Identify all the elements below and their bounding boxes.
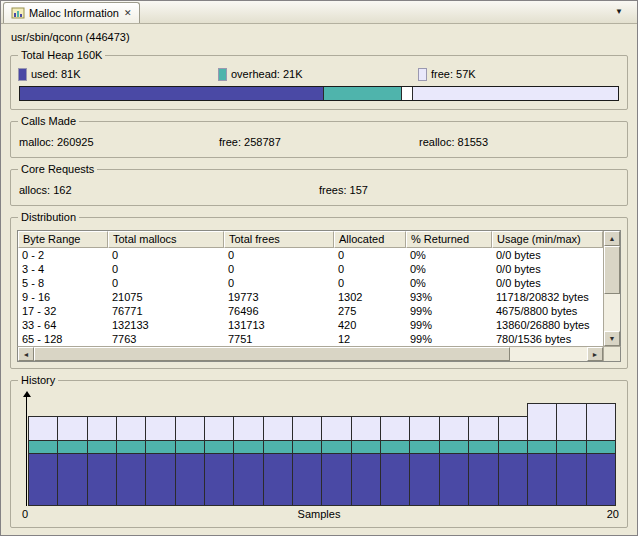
tab-malloc-information[interactable]: Malloc Information ✕ <box>3 2 140 23</box>
scroll-left-button[interactable]: ◄ <box>18 347 34 361</box>
core-requests-row: allocs: 162 frees: 157 <box>19 182 619 197</box>
y-axis-arrow-icon <box>23 391 31 397</box>
table-cell: 420 <box>334 319 406 331</box>
heap-bar <box>19 86 619 101</box>
history-segment-overhead <box>439 440 469 454</box>
history-segment-used <box>175 453 205 506</box>
column-header-total-frees[interactable]: Total frees <box>224 231 334 248</box>
table-cell: 9 - 16 <box>18 291 108 303</box>
table-cell: 76771 <box>108 305 224 317</box>
calls-made-group: Calls Made malloc: 260925 free: 258787 r… <box>10 121 628 158</box>
scroll-up-button[interactable]: ▲ <box>604 231 620 246</box>
history-title: History <box>18 374 58 386</box>
distribution-title: Distribution <box>18 211 79 223</box>
history-segment-overhead <box>233 440 263 454</box>
history-segment-overhead <box>204 440 234 454</box>
history-segment-free <box>556 403 586 441</box>
table-cell: 0 <box>334 249 406 261</box>
calls-made-title: Calls Made <box>18 115 79 127</box>
column-header-usage[interactable]: Usage (min/max) <box>492 231 603 248</box>
history-segment-used <box>498 453 528 506</box>
heap-segment-gap <box>401 87 412 100</box>
close-icon[interactable]: ✕ <box>123 8 133 18</box>
table-cell: 99% <box>406 305 492 317</box>
history-segment-overhead <box>321 440 351 454</box>
used-swatch-icon <box>19 69 26 80</box>
heap-segment-used <box>20 87 323 100</box>
scroll-right-button[interactable]: ► <box>587 347 603 361</box>
table-cell: 0 <box>224 263 334 275</box>
history-bar <box>380 416 410 506</box>
history-segment-free <box>292 416 322 441</box>
table-cell: 0 <box>224 277 334 289</box>
history-bar <box>57 416 87 506</box>
history-segment-overhead <box>527 440 557 454</box>
table-row[interactable]: 9 - 162107519773130293%11718/20832 bytes <box>18 290 603 304</box>
history-bar <box>527 403 557 506</box>
history-segment-overhead <box>292 440 322 454</box>
history-bar <box>586 403 616 506</box>
table-row[interactable]: 17 - 32767717649627599%4675/8800 bytes <box>18 304 603 318</box>
vertical-scroll-track[interactable] <box>604 246 620 331</box>
history-segment-used <box>468 453 498 506</box>
table-row[interactable]: 5 - 80000%0/0 bytes <box>18 276 603 290</box>
history-bar <box>233 416 263 506</box>
table-cell: 275 <box>334 305 406 317</box>
scroll-down-button[interactable]: ▼ <box>604 331 620 346</box>
column-header-total-mallocs[interactable]: Total mallocs <box>108 231 224 248</box>
history-group: History 0 Samples 20 <box>10 380 628 528</box>
view-content: Total Heap 160K used: 81K overhead: 21K … <box>1 44 637 535</box>
history-segment-overhead <box>498 440 528 454</box>
history-segment-overhead <box>116 440 146 454</box>
history-bar <box>263 416 293 506</box>
vertical-scrollbar[interactable]: ▲ ▼ <box>603 231 620 346</box>
column-header-allocated[interactable]: Allocated <box>334 231 406 248</box>
history-bar <box>468 416 498 506</box>
table-cell: 0 <box>224 249 334 261</box>
scroll-up-icon: ▲ <box>609 235 616 242</box>
history-bar <box>28 416 58 506</box>
core-requests-title: Core Requests <box>18 163 97 175</box>
vertical-scroll-thumb[interactable] <box>604 246 620 294</box>
table-row[interactable]: 3 - 40000%0/0 bytes <box>18 262 603 276</box>
table-cell: 780/1536 bytes <box>492 333 603 345</box>
history-segment-overhead <box>263 440 293 454</box>
horizontal-scroll-thumb[interactable] <box>34 347 510 361</box>
table-row[interactable]: 0 - 20000%0/0 bytes <box>18 248 603 262</box>
column-header-percent-returned[interactable]: % Returned <box>406 231 492 248</box>
table-cell: 33 - 64 <box>18 319 108 331</box>
history-segment-used <box>116 453 146 506</box>
history-segment-used <box>145 453 175 506</box>
legend-used-label: used: 81K <box>31 68 81 80</box>
free-count: free: 258787 <box>219 136 419 148</box>
history-segment-free <box>263 416 293 441</box>
table-cell: 17 - 32 <box>18 305 108 317</box>
distribution-table-main: Byte Range Total mallocs Total frees All… <box>18 231 603 346</box>
history-segment-used <box>351 453 381 506</box>
table-cell: 0% <box>406 249 492 261</box>
history-segment-overhead <box>409 440 439 454</box>
history-segment-free <box>321 416 351 441</box>
history-segment-overhead <box>556 440 586 454</box>
history-segment-free <box>409 416 439 441</box>
table-cell: 12 <box>334 333 406 345</box>
malloc-view-icon <box>11 6 25 20</box>
history-bar <box>175 416 205 506</box>
history-segment-free <box>586 403 616 441</box>
history-segment-used <box>233 453 263 506</box>
view-menu-button[interactable]: ▼ <box>609 4 629 19</box>
table-row[interactable]: 65 - 128776377511299%780/1536 bytes <box>18 332 603 346</box>
table-row[interactable]: 33 - 6413213313171342099%13860/26880 byt… <box>18 318 603 332</box>
horizontal-scroll-track[interactable] <box>34 347 587 361</box>
history-segment-used <box>409 453 439 506</box>
table-cell: 99% <box>406 333 492 345</box>
history-bar <box>116 416 146 506</box>
history-bar <box>556 403 586 506</box>
history-bar <box>439 416 469 506</box>
table-cell: 4675/8800 bytes <box>492 305 603 317</box>
column-header-byte-range[interactable]: Byte Range <box>18 231 108 248</box>
table-cell: 1302 <box>334 291 406 303</box>
table-header: Byte Range Total mallocs Total frees All… <box>18 231 603 248</box>
horizontal-scrollbar[interactable]: ◄ ► <box>17 346 621 362</box>
history-segment-free <box>175 416 205 441</box>
